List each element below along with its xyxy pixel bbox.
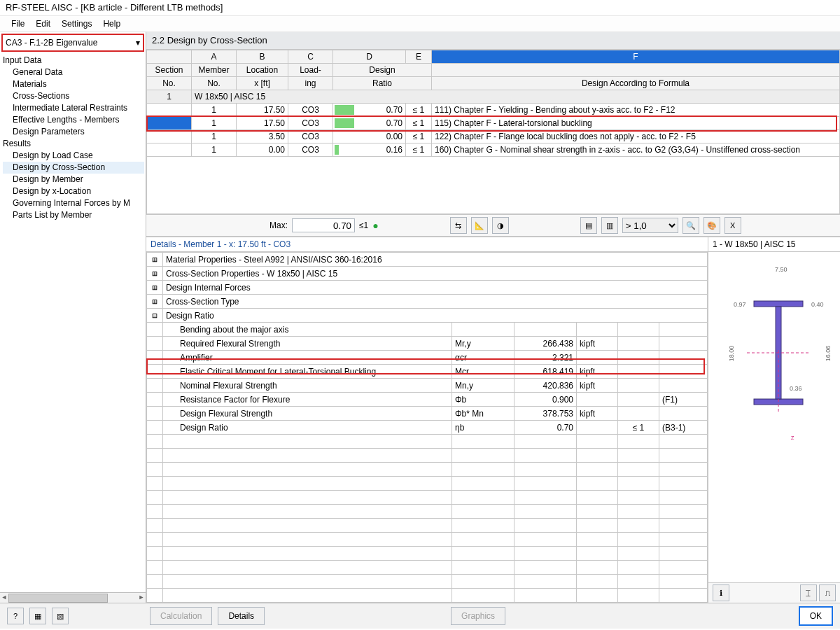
dim-d2: 16.06 xyxy=(825,346,832,362)
scroll-left-icon[interactable]: ◄ xyxy=(0,593,8,602)
tree-header-input: Input Data xyxy=(3,55,144,66)
case-selector[interactable]: CA3 - F.1-2B Eigenvalue ▾ xyxy=(1,34,144,52)
section-preview: 1 - W 18x50 | AISC 15 7.50 0.97 0.40 18.… xyxy=(708,237,840,603)
tool-icon-4[interactable]: ▤ xyxy=(580,217,597,234)
max-value-input[interactable] xyxy=(292,218,355,232)
ibeam-shape xyxy=(740,280,810,413)
max-toolbar: Max: ≤1 ● ⇆ 📐 ◑ ▤ ▥ > 1,0 🔍 🎨 X xyxy=(146,214,840,236)
tree-item[interactable]: Parts List by Member xyxy=(3,209,144,221)
detail-group[interactable]: Design Ratio xyxy=(163,309,708,323)
color-icon[interactable]: 🎨 xyxy=(704,217,720,234)
menu-bar: File Edit Settings Help xyxy=(0,16,840,32)
check-ok-icon: ● xyxy=(372,220,378,231)
section-btn-1[interactable]: ⌶ xyxy=(800,584,817,601)
menu-help[interactable]: Help xyxy=(97,18,126,30)
max-label: Max: xyxy=(270,220,288,230)
details-title: Details - Member 1 - x: 17.50 ft - CO3 xyxy=(146,237,708,252)
axis-z: z xyxy=(791,434,794,441)
dim-bf: 7.50 xyxy=(775,266,788,273)
export-excel-icon[interactable]: X xyxy=(724,217,741,234)
preview-title: 1 - W 18x50 | AISC 15 xyxy=(708,237,840,252)
tree-item[interactable]: Design by Load Case xyxy=(3,150,144,162)
menu-edit[interactable]: Edit xyxy=(30,18,56,30)
result-row[interactable]: 117.50CO30.70≤ 1115) Chapter F - Lateral… xyxy=(147,117,840,130)
detail-row[interactable]: Elastic Critical Moment for Lateral-Tors… xyxy=(147,365,708,379)
col-D[interactable]: D xyxy=(333,50,406,64)
ok-button[interactable]: OK xyxy=(799,606,833,626)
help-icon[interactable]: ? xyxy=(7,608,24,624)
menu-settings[interactable]: Settings xyxy=(56,18,97,30)
tool-icon-1[interactable]: ⇆ xyxy=(450,217,467,234)
detail-row[interactable]: Design Ratioηb0.70≤ 1(B3-1) xyxy=(147,421,708,435)
detail-row[interactable]: Nominal Flexural StrengthMn,y420.836kipf… xyxy=(147,379,708,393)
calculation-button[interactable]: Calculation xyxy=(150,607,212,625)
section-no[interactable]: 1 xyxy=(147,90,192,104)
results-grid: A B C D E F Section Member Location Load… xyxy=(146,50,840,237)
tree-header-results: Results xyxy=(3,138,144,150)
graphics-button[interactable]: Graphics xyxy=(451,607,505,625)
scroll-right-icon[interactable]: ► xyxy=(137,593,146,602)
chevron-down-icon: ▾ xyxy=(136,38,140,48)
main-panel: 2.2 Design by Cross-Section A B C D E F … xyxy=(146,32,840,603)
scroll-thumb[interactable] xyxy=(8,594,108,603)
tree-item[interactable]: Design by x-Location xyxy=(3,186,144,197)
tree-item[interactable]: Governing Internal Forces by M xyxy=(3,197,144,209)
case-selector-value: CA3 - F.1-2B Eigenvalue xyxy=(6,38,97,48)
nav-tree[interactable]: Input Data General DataMaterialsCross-Se… xyxy=(0,53,146,592)
detail-row[interactable]: Amplifierαcr2.321 xyxy=(147,351,708,365)
detail-row[interactable]: Design Flexural StrengthΦb* Mn378.753kip… xyxy=(147,407,708,421)
sidebar-scrollbar[interactable]: ◄ ► xyxy=(0,592,146,603)
col-F[interactable]: F xyxy=(432,50,840,64)
svg-rect-0 xyxy=(754,301,803,307)
tree-item[interactable]: Intermediate Lateral Restraints xyxy=(3,102,144,114)
tool-icon-2[interactable]: 📐 xyxy=(471,217,488,234)
dim-tf: 0.97 xyxy=(734,301,746,308)
result-row[interactable]: 13.50CO30.00≤ 1122) Chapter F - Flange l… xyxy=(147,130,840,144)
detail-group[interactable]: Design Internal Forces xyxy=(163,281,708,295)
dim-tf2: 0.40 xyxy=(811,301,824,308)
col-C[interactable]: C xyxy=(288,50,333,64)
detail-group[interactable]: Material Properties - Steel A992 | ANSI/… xyxy=(163,253,708,267)
col-E[interactable]: E xyxy=(406,50,432,64)
expand-icon[interactable]: ⊞ xyxy=(147,267,163,281)
tree-item[interactable]: General Data xyxy=(3,66,144,78)
detail-group[interactable]: Cross-Section Properties - W 18x50 | AIS… xyxy=(163,267,708,281)
detail-row[interactable]: Required Flexural StrengthMr,y266.438kip… xyxy=(147,337,708,351)
section-btn-2[interactable]: ⎍ xyxy=(819,584,836,601)
details-panel: Details - Member 1 - x: 17.50 ft - CO3 ⊞… xyxy=(146,237,708,603)
menu-file[interactable]: File xyxy=(6,18,30,30)
filter-icon[interactable]: 🔍 xyxy=(682,217,699,234)
tree-item[interactable]: Design Parameters xyxy=(3,126,144,138)
col-A[interactable]: A xyxy=(192,50,237,64)
section-title: 2.2 Design by Cross-Section xyxy=(146,32,840,50)
footer-icon-2[interactable]: ▧ xyxy=(52,608,69,624)
detail-row[interactable]: Bending about the major axis xyxy=(147,323,708,337)
tree-item[interactable]: Materials xyxy=(3,78,144,90)
group-label: W 18x50 | AISC 15 xyxy=(192,90,840,104)
expand-icon[interactable]: ⊞ xyxy=(147,253,163,267)
tree-item[interactable]: Design by Cross-Section xyxy=(3,162,144,174)
filter-select[interactable]: > 1,0 xyxy=(622,218,678,233)
expand-icon[interactable]: ⊞ xyxy=(147,295,163,309)
result-row[interactable]: 117.50CO30.70≤ 1111) Chapter F - Yieldin… xyxy=(147,104,840,117)
grid-empty xyxy=(146,157,840,214)
dim-tw: 0.36 xyxy=(790,385,802,392)
info-icon[interactable]: ℹ xyxy=(713,584,729,601)
tool-icon-5[interactable]: ▥ xyxy=(601,217,618,234)
expand-icon[interactable]: ⊟ xyxy=(147,309,163,323)
tree-item[interactable]: Design by Member xyxy=(3,174,144,186)
col-B[interactable]: B xyxy=(237,50,288,64)
details-button[interactable]: Details xyxy=(218,607,265,625)
sidebar: CA3 - F.1-2B Eigenvalue ▾ Input Data Gen… xyxy=(0,32,146,603)
tree-item[interactable]: Cross-Sections xyxy=(3,90,144,102)
preview-canvas: 7.50 0.97 0.40 18.00 16.06 0.36 z xyxy=(708,252,840,582)
footer-icon-1[interactable]: ▦ xyxy=(29,608,46,624)
detail-group[interactable]: Cross-Section Type xyxy=(163,295,708,309)
tool-icon-3[interactable]: ◑ xyxy=(492,217,509,234)
result-row[interactable]: 10.00CO30.16≤ 1160) Chapter G - Nominal … xyxy=(147,144,840,157)
window-title: RF-STEEL AISC - [KB article - Different … xyxy=(0,0,840,16)
detail-row[interactable]: Resistance Factor for FlexureΦb0.900(F1) xyxy=(147,393,708,407)
tree-item[interactable]: Effective Lengths - Members xyxy=(3,114,144,126)
footer-bar: ? ▦ ▧ Calculation Details Graphics OK xyxy=(0,603,840,629)
expand-icon[interactable]: ⊞ xyxy=(147,281,163,295)
